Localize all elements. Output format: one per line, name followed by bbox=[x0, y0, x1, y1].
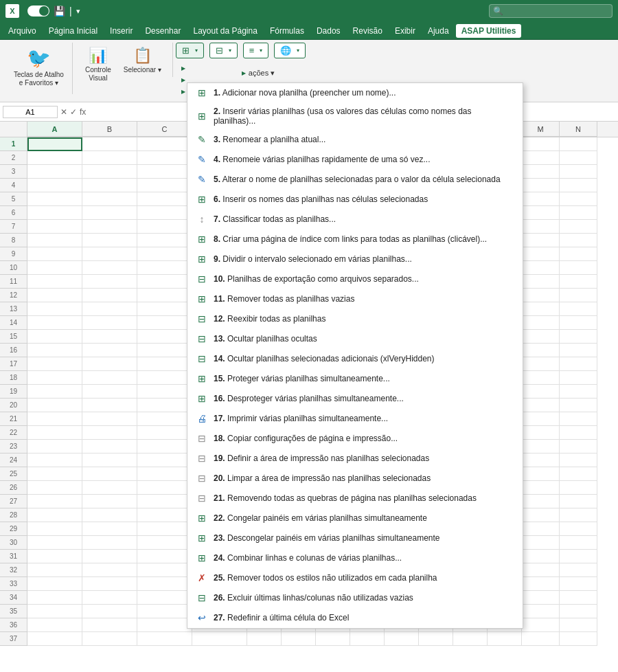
cell-f37[interactable] bbox=[282, 632, 316, 646]
cell-a1[interactable] bbox=[27, 137, 82, 151]
cell-m4[interactable] bbox=[522, 179, 560, 192]
cell-n4[interactable] bbox=[560, 179, 597, 192]
cell-n37[interactable] bbox=[560, 632, 597, 646]
autosave-toggle[interactable] bbox=[27, 5, 49, 16]
menu-arquivo[interactable]: Arquivo bbox=[3, 24, 42, 38]
cell-c14[interactable] bbox=[137, 316, 192, 330]
cell-b30[interactable] bbox=[82, 536, 137, 550]
cell-c34[interactable] bbox=[137, 591, 192, 605]
cell-m16[interactable] bbox=[522, 344, 560, 357]
cell-n8[interactable] bbox=[560, 234, 597, 247]
menu-pagina-inicial[interactable]: Página Inicial bbox=[43, 24, 103, 38]
cell-n32[interactable] bbox=[560, 563, 597, 577]
cell-c25[interactable] bbox=[137, 467, 192, 481]
cell-c27[interactable] bbox=[137, 495, 192, 508]
row-header-27[interactable]: 27 bbox=[0, 495, 27, 508]
cell-c30[interactable] bbox=[137, 536, 192, 550]
row-header-35[interactable]: 35 bbox=[0, 605, 27, 618]
row-header-11[interactable]: 11 bbox=[0, 275, 27, 289]
search-container[interactable]: 🔍 bbox=[489, 4, 613, 18]
cell-a5[interactable] bbox=[27, 192, 82, 206]
dropdown-item-11[interactable]: ⊞ 11. Remover todas as planilhas vazias bbox=[187, 289, 523, 309]
row-header-14[interactable]: 14 bbox=[0, 316, 27, 330]
cell-c35[interactable] bbox=[137, 605, 192, 618]
cell-n29[interactable] bbox=[560, 522, 597, 536]
cell-b17[interactable] bbox=[82, 357, 137, 371]
row-header-20[interactable]: 20 bbox=[0, 399, 27, 412]
cell-b22[interactable] bbox=[82, 426, 137, 440]
cell-b34[interactable] bbox=[82, 591, 137, 605]
cell-b36[interactable] bbox=[82, 618, 137, 632]
cell-c26[interactable] bbox=[137, 481, 192, 495]
cell-a15[interactable] bbox=[27, 330, 82, 344]
cell-m23[interactable] bbox=[522, 440, 560, 453]
row-header-32[interactable]: 32 bbox=[0, 563, 27, 577]
cell-n10[interactable] bbox=[560, 261, 597, 275]
cell-n26[interactable] bbox=[560, 481, 597, 495]
cell-m25[interactable] bbox=[522, 467, 560, 481]
cell-b8[interactable] bbox=[82, 234, 137, 247]
cell-a3[interactable] bbox=[27, 165, 82, 179]
cell-d37[interactable] bbox=[192, 632, 247, 646]
cell-c18[interactable] bbox=[137, 371, 192, 385]
cell-a25[interactable] bbox=[27, 467, 82, 481]
dropdown-item-2[interactable]: ⊞ 2. Inserir várias planilhas (usa os va… bbox=[187, 103, 523, 130]
cell-n6[interactable] bbox=[560, 206, 597, 220]
cell-m34[interactable] bbox=[522, 591, 560, 605]
cell-n28[interactable] bbox=[560, 508, 597, 522]
cell-m1[interactable] bbox=[522, 137, 560, 151]
save-icon[interactable]: 💾 bbox=[54, 5, 65, 16]
cell-c23[interactable] bbox=[137, 440, 192, 453]
cell-a17[interactable] bbox=[27, 357, 82, 371]
dropdown-item-16[interactable]: ⊞ 16. Desproteger várias planilhas simul… bbox=[187, 389, 523, 409]
row-header-19[interactable]: 19 bbox=[0, 385, 27, 399]
dropdown-item-22[interactable]: ⊞ 22. Congelar painéis em várias planilh… bbox=[187, 508, 523, 528]
dropdown-item-15[interactable]: ⊞ 15. Proteger várias planilhas simultan… bbox=[187, 369, 523, 389]
dropdown-item-10[interactable]: ⊟ 10. Planilhas de exportação como arqui… bbox=[187, 269, 523, 289]
cell-c3[interactable] bbox=[137, 165, 192, 179]
row-header-8[interactable]: 8 bbox=[0, 234, 27, 247]
row-header-17[interactable]: 17 bbox=[0, 357, 27, 371]
cell-n17[interactable] bbox=[560, 357, 597, 371]
dropdown-item-17[interactable]: 🖨 17. Imprimir várias planilhas simultan… bbox=[187, 409, 523, 429]
row-header-36[interactable]: 36 bbox=[0, 618, 27, 632]
dropdown-item-19[interactable]: ⊟ 19. Definir a área de impressão nas pl… bbox=[187, 449, 523, 469]
cell-c7[interactable] bbox=[137, 220, 192, 234]
cell-b5[interactable] bbox=[82, 192, 137, 206]
dropdown-item-9[interactable]: ⊞ 9. Dividir o intervalo selecionado em … bbox=[187, 249, 523, 269]
btn-acoes[interactable]: ▶ ações ▾ bbox=[239, 67, 297, 79]
cell-a36[interactable] bbox=[27, 618, 82, 632]
row-header-25[interactable]: 25 bbox=[0, 467, 27, 481]
cell-c1[interactable] bbox=[137, 137, 192, 151]
cell-b27[interactable] bbox=[82, 495, 137, 508]
cell-m26[interactable] bbox=[522, 481, 560, 495]
cell-b6[interactable] bbox=[82, 206, 137, 220]
col-header-b[interactable]: B bbox=[82, 122, 137, 137]
cell-c8[interactable] bbox=[137, 234, 192, 247]
cell-b1[interactable] bbox=[82, 137, 137, 151]
cell-b26[interactable] bbox=[82, 481, 137, 495]
cell-n16[interactable] bbox=[560, 344, 597, 357]
menu-revisao[interactable]: Revisão bbox=[347, 24, 388, 38]
cell-b13[interactable] bbox=[82, 302, 137, 316]
cell-b23[interactable] bbox=[82, 440, 137, 453]
dropdown-item-5[interactable]: ✎ 5. Alterar o nome de planilhas selecio… bbox=[187, 170, 523, 190]
name-box[interactable] bbox=[3, 106, 58, 118]
cell-a28[interactable] bbox=[27, 508, 82, 522]
cell-c17[interactable] bbox=[137, 357, 192, 371]
row-header-28[interactable]: 28 bbox=[0, 508, 27, 522]
planilhas-dropdown-btn[interactable]: ⊞ ▾ bbox=[176, 43, 204, 58]
row-header-5[interactable]: 5 bbox=[0, 192, 27, 206]
cell-c9[interactable] bbox=[137, 247, 192, 261]
cell-b16[interactable] bbox=[82, 344, 137, 357]
cell-a10[interactable] bbox=[27, 261, 82, 275]
cell-n5[interactable] bbox=[560, 192, 597, 206]
cell-a8[interactable] bbox=[27, 234, 82, 247]
cell-m24[interactable] bbox=[522, 453, 560, 467]
cell-c32[interactable] bbox=[137, 563, 192, 577]
btn-imp[interactable]: ▶ bbox=[179, 64, 228, 73]
cell-n24[interactable] bbox=[560, 453, 597, 467]
cell-a16[interactable] bbox=[27, 344, 82, 357]
col-header-m[interactable]: M bbox=[522, 122, 560, 137]
row-header-3[interactable]: 3 bbox=[0, 165, 27, 179]
